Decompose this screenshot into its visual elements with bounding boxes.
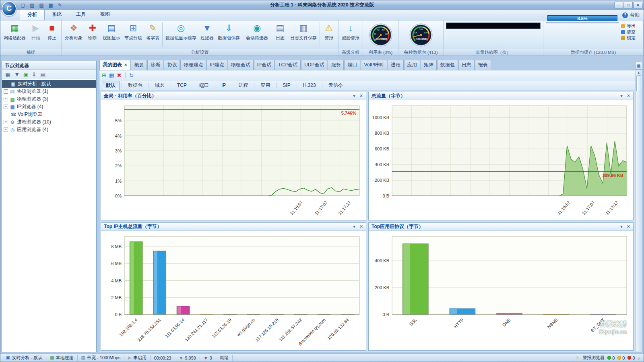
stop-button[interactable]: ■停止 — [44, 21, 60, 42]
node-group-button[interactable]: ⊞节点分组 — [122, 21, 144, 42]
tree-item-voip-explorer[interactable]: ☎VoIP浏览器 — [2, 111, 96, 118]
close-icon[interactable]: ✕ — [359, 224, 363, 229]
close-icon[interactable]: ✕ — [124, 63, 127, 67]
table-icon[interactable]: ▦ — [5, 71, 10, 78]
filter-IP[interactable]: IP — [217, 81, 230, 89]
add-file-icon[interactable]: ▥ — [37, 2, 45, 9]
filter-数据包[interactable]: 数据包 — [124, 81, 147, 90]
tab-UDP会话[interactable]: UDP会话 — [301, 60, 327, 70]
maximize-button[interactable]: □ — [624, 2, 633, 8]
tab-报表[interactable]: 报表 — [475, 60, 491, 70]
filter-进程[interactable]: 进程 — [234, 81, 252, 90]
session-filter-button[interactable]: ◉会话筛选器 — [244, 21, 270, 42]
filter-SIP[interactable]: SIP — [279, 81, 294, 89]
packet-save-button[interactable]: ⇓数据包保存 — [216, 21, 242, 42]
tab-IP会话[interactable]: IP会话 — [254, 60, 275, 70]
tab-日志[interactable]: 日志 — [458, 60, 475, 70]
chevron-down-icon[interactable]: ▾ — [620, 224, 623, 229]
tab-我的图表[interactable]: 我的图表✕ — [99, 60, 130, 70]
threat-intel-button[interactable]: ↓威胁情报 — [340, 21, 361, 42]
help-button[interactable]: ? 帮助 — [622, 12, 640, 20]
filter-无信令[interactable]: 无信令 — [324, 81, 347, 90]
ribbon-tab-分析[interactable]: 分析 — [20, 9, 45, 20]
filter-域名[interactable]: 域名 — [151, 81, 169, 90]
analysis-object-button[interactable]: ❖分析对象 — [63, 21, 85, 42]
edit-icon[interactable]: ✎ — [56, 2, 64, 9]
sound-icon[interactable]: ♪ — [638, 356, 640, 360]
expand-icon[interactable]: + — [4, 97, 8, 101]
ribbon-tab-系统[interactable]: 系统 — [45, 9, 69, 20]
funnel-icon[interactable]: ▼ — [14, 71, 20, 78]
alarm-button[interactable]: ⚠警报 — [321, 21, 337, 42]
close-icon[interactable]: ✕ — [359, 93, 363, 99]
tab-服务[interactable]: 服务 — [328, 60, 344, 70]
expand-icon[interactable]: + — [4, 128, 8, 132]
close-icon[interactable]: ✕ — [627, 224, 630, 229]
download-icon[interactable]: ⇓ — [32, 71, 37, 78]
expand-icon[interactable]: + — [4, 120, 8, 124]
chevron-down-icon[interactable]: ▾ — [353, 93, 355, 99]
tab-list-icon[interactable]: ▦ — [635, 62, 642, 70]
close-button[interactable]: ✕ — [634, 2, 642, 8]
new-file-icon[interactable]: ▢ — [19, 2, 27, 9]
vertical-scrollbar[interactable]: ▲ — [635, 71, 642, 352]
edit-chart-icon[interactable]: ▦ — [109, 72, 114, 78]
network-adapter-button[interactable]: ▦网络适配器 — [2, 21, 28, 42]
report-icon[interactable]: ▤ — [40, 71, 45, 78]
tab-进程[interactable]: 进程 — [388, 60, 404, 70]
scroll-up-icon[interactable]: ▲ — [637, 71, 640, 74]
save-file-icon[interactable]: ▦ — [47, 2, 55, 9]
tree-item-live-analysis[interactable]: ▣实时分析 - 默认 — [2, 80, 96, 88]
tab-概要[interactable]: 概要 — [131, 60, 147, 70]
tree-item-process-explorer[interactable]: +⚙进程浏览器 (10) — [2, 118, 96, 126]
alarm-browser-label[interactable]: 警报浏览器 — [582, 355, 605, 361]
tab-协议[interactable]: 协议 — [164, 60, 180, 70]
log-file-save-button[interactable]: ▥日志文件保存 — [288, 21, 319, 42]
packet-display-buffer-button[interactable]: ◎数据包显示缓存 — [163, 21, 198, 42]
ribbon-tab-工具[interactable]: 工具 — [69, 9, 93, 20]
tab-端口[interactable]: 端口 — [344, 60, 360, 70]
filter-端口[interactable]: 端口 — [195, 81, 213, 90]
tab-VoIP呼叫[interactable]: VoIP呼叫 — [361, 60, 387, 70]
tree-item-ip-explorer[interactable]: +▦IP浏览器 (4) — [2, 103, 96, 111]
ribbon-tab-视图[interactable]: 视图 — [93, 9, 117, 20]
tree-item-application-explorer[interactable]: +◎应用浏览器 (4) — [2, 126, 96, 134]
remove-chart-icon[interactable]: ✖ — [117, 72, 122, 78]
add-chart-icon[interactable]: ⊞ — [102, 72, 107, 78]
tab-诊断[interactable]: 诊断 — [147, 60, 163, 70]
tab-物理端点[interactable]: 物理端点 — [180, 60, 206, 70]
name-table-button[interactable]: ✎名字表 — [144, 21, 161, 42]
scrollbar-thumb[interactable] — [636, 75, 641, 91]
chevron-down-icon[interactable]: ▾ — [620, 93, 623, 99]
globe-icon[interactable]: ◉ — [23, 71, 28, 78]
filter-button[interactable]: ▼过滤器 — [198, 21, 216, 42]
tab-IP端点[interactable]: IP端点 — [206, 60, 227, 70]
tab-物理会话[interactable]: 物理会话 — [228, 60, 254, 70]
app-logo[interactable]: C — [2, 1, 17, 16]
svg-text:11:17:17: 11:17:17 — [605, 200, 619, 216]
tab-TCP会话[interactable]: TCP会话 — [275, 60, 301, 70]
tab-应用[interactable]: 应用 — [404, 60, 420, 70]
close-icon[interactable]: ✕ — [627, 93, 630, 99]
filter-H.323[interactable]: H.323 — [299, 81, 320, 89]
diagnosis-button[interactable]: ✚诊断 — [85, 21, 101, 42]
refresh-icon[interactable]: ↻ — [129, 72, 134, 78]
expand-icon[interactable]: + — [4, 105, 8, 109]
filter-应用[interactable]: 应用 — [256, 81, 274, 90]
open-file-icon[interactable]: ▤ — [28, 2, 36, 9]
view-display-button[interactable]: ▤视图显示 — [101, 21, 122, 42]
tree-item-physical-explorer[interactable]: +▦物理浏览器 (3) — [2, 95, 96, 103]
filter-默认[interactable]: 默认 — [102, 81, 120, 90]
filter-TCP[interactable]: TCP — [173, 81, 191, 89]
minimize-button[interactable]: ─ — [614, 2, 623, 8]
chevron-down-icon[interactable]: ▾ — [353, 224, 355, 229]
tab-矩阵[interactable]: 矩阵 — [421, 60, 437, 70]
tab-数据包[interactable]: 数据包 — [437, 60, 458, 70]
log-button[interactable]: ▤日志 — [272, 21, 288, 42]
export-button[interactable]: 导出 — [621, 23, 641, 29]
lock-button[interactable]: 锁定 — [621, 35, 641, 41]
expand-icon[interactable]: + — [4, 89, 8, 94]
clear-button[interactable]: 清空 — [621, 29, 641, 35]
tree-item-protocol-explorer[interactable]: +▤协议浏览器 (1) — [2, 88, 96, 95]
alarm-icon[interactable]: ⚠ — [576, 355, 580, 360]
